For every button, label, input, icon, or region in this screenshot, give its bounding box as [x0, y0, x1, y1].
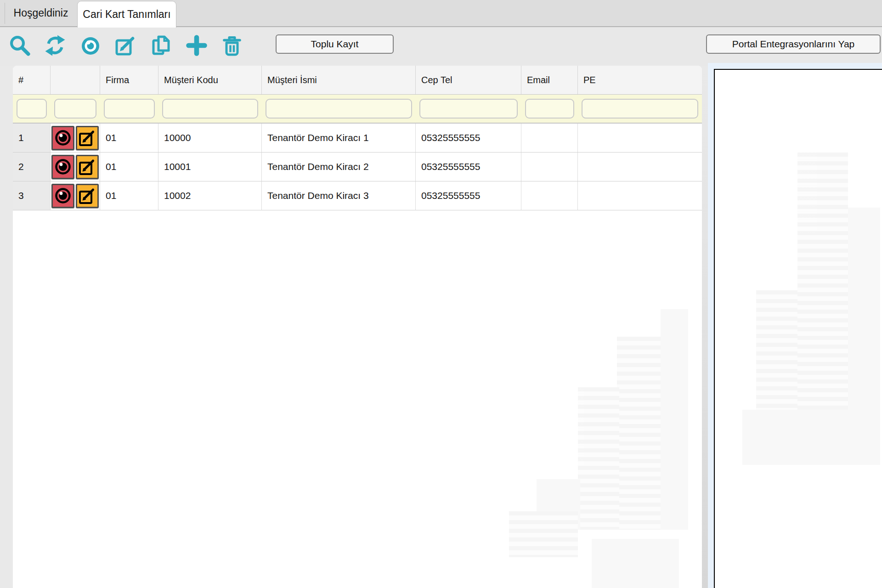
grid-header-cell[interactable]: # [13, 66, 51, 94]
grid-header-row: #FirmaMüşteri KoduMüşteri İsmiCep TelEma… [13, 66, 702, 95]
grid-row[interactable]: 3 01 10002 Tenantör Demo Kiracı 3 053255… [13, 181, 702, 210]
musteri-kodu-cell: 10001 [158, 153, 262, 181]
edit-button[interactable] [115, 34, 137, 57]
musteri-kodu-cell: 10000 [158, 124, 262, 152]
lens-button[interactable] [79, 34, 102, 57]
edit-icon [115, 34, 137, 57]
pe-cell [578, 124, 702, 152]
trash-icon [221, 34, 243, 57]
grid-filter-cell [13, 95, 51, 123]
grid-filter-input[interactable] [525, 99, 574, 119]
edit-icon [78, 158, 96, 176]
edit-icon [78, 129, 96, 147]
cep-tel-cell: 05325555555 [416, 124, 521, 152]
email-cell [521, 153, 578, 181]
row-actions-cell [51, 181, 100, 210]
lens-icon [54, 129, 72, 147]
grid-filter-input[interactable] [582, 99, 698, 119]
tab-hosgeldiniz[interactable]: Hoşgeldiniz [5, 0, 77, 26]
watermark-buildings [742, 153, 882, 474]
copy-button[interactable] [150, 34, 172, 57]
musteri-ismi-cell: Tenantör Demo Kiracı 1 [262, 124, 416, 152]
grid-filter-cell [158, 95, 262, 123]
grid-filter-cell [578, 95, 702, 123]
grid-header-cell[interactable] [51, 66, 100, 94]
side-panel-region [708, 63, 882, 588]
toplu-kayit-button[interactable]: Toplu Kayıt [276, 34, 394, 54]
row-lens-button[interactable] [51, 184, 74, 208]
pe-cell [578, 181, 702, 210]
refresh-icon [44, 34, 66, 57]
portal-entegrasyon-button[interactable]: Portal Entegrasyonlarını Yap [706, 34, 881, 54]
grid-header-cell[interactable]: Cep Tel [416, 66, 521, 94]
grid-filter-input[interactable] [54, 99, 96, 119]
tab-label: Hoşgeldiniz [14, 7, 68, 19]
grid-header-cell[interactable]: Müşteri İsmi [262, 66, 416, 94]
grid-filter-cell [416, 95, 521, 123]
lens-icon [54, 187, 72, 205]
row-index-cell: 2 [13, 153, 51, 181]
grid-filter-cell [262, 95, 416, 123]
grid-filter-cell [100, 95, 158, 123]
copy-icon [150, 34, 172, 57]
grid-header-cell[interactable]: PE [578, 66, 702, 94]
row-edit-button[interactable] [76, 155, 99, 179]
row-lens-button[interactable] [51, 126, 74, 150]
tab-cari-kart-tanimlari[interactable]: Cari Kart Tanımları [77, 1, 176, 28]
watermark-buildings [509, 282, 702, 588]
plus-icon [186, 34, 208, 57]
refresh-button[interactable] [44, 34, 66, 57]
grid-filter-cell [521, 95, 578, 123]
edit-icon [78, 187, 96, 205]
email-cell [521, 181, 578, 210]
row-lens-button[interactable] [51, 155, 74, 179]
grid-filter-input[interactable] [104, 99, 155, 119]
tab-label: Cari Kart Tanımları [83, 8, 170, 21]
grid-filter-input[interactable] [266, 99, 412, 119]
grid-row[interactable]: 1 01 10000 Tenantör Demo Kiracı 1 053255… [13, 124, 702, 153]
lens-icon [54, 158, 72, 176]
delete-button[interactable] [221, 34, 243, 57]
grid-header-cell[interactable]: Müşteri Kodu [158, 66, 262, 94]
grid-filter-input[interactable] [419, 99, 518, 119]
firma-cell: 01 [100, 181, 158, 210]
musteri-ismi-cell: Tenantör Demo Kiracı 3 [262, 181, 416, 210]
pe-cell [578, 153, 702, 181]
cep-tel-cell: 05325555555 [416, 181, 521, 210]
grid-filter-input[interactable] [162, 99, 258, 119]
vertical-scrollbar[interactable] [702, 66, 708, 588]
email-cell [521, 124, 578, 152]
grid-filter-input[interactable] [17, 99, 47, 119]
row-actions-cell [51, 124, 100, 152]
grid-header-cell[interactable]: Firma [100, 66, 158, 94]
toolbar: Toplu Kayıt Portal Entegrasyonlarını Yap [0, 27, 882, 66]
cep-tel-cell: 05325555555 [416, 153, 521, 181]
search-icon [9, 34, 31, 57]
row-index-cell: 3 [13, 181, 51, 210]
search-button[interactable] [9, 34, 31, 57]
grid-row[interactable]: 2 01 10001 Tenantör Demo Kiracı 2 053255… [13, 153, 702, 181]
firma-cell: 01 [100, 124, 158, 152]
lens-icon [79, 34, 102, 57]
grid-filter-cell [51, 95, 100, 123]
row-edit-button[interactable] [76, 126, 99, 150]
grid-header-cell[interactable]: Email [521, 66, 578, 94]
grid-body: 1 01 10000 Tenantör Demo Kiracı 1 053255… [13, 124, 702, 210]
row-index-cell: 1 [13, 124, 51, 152]
tab-bar: Hoşgeldiniz Cari Kart Tanımları [0, 0, 882, 27]
grid-filter-row [13, 95, 702, 124]
row-edit-button[interactable] [76, 184, 99, 208]
preview-panel [714, 69, 882, 588]
row-actions-cell [51, 153, 100, 181]
add-button[interactable] [186, 34, 208, 57]
customer-grid: #FirmaMüşteri KoduMüşteri İsmiCep TelEma… [13, 66, 702, 588]
firma-cell: 01 [100, 153, 158, 181]
toolbar-icon-group [9, 34, 243, 57]
musteri-ismi-cell: Tenantör Demo Kiracı 2 [262, 153, 416, 181]
musteri-kodu-cell: 10002 [158, 181, 262, 210]
